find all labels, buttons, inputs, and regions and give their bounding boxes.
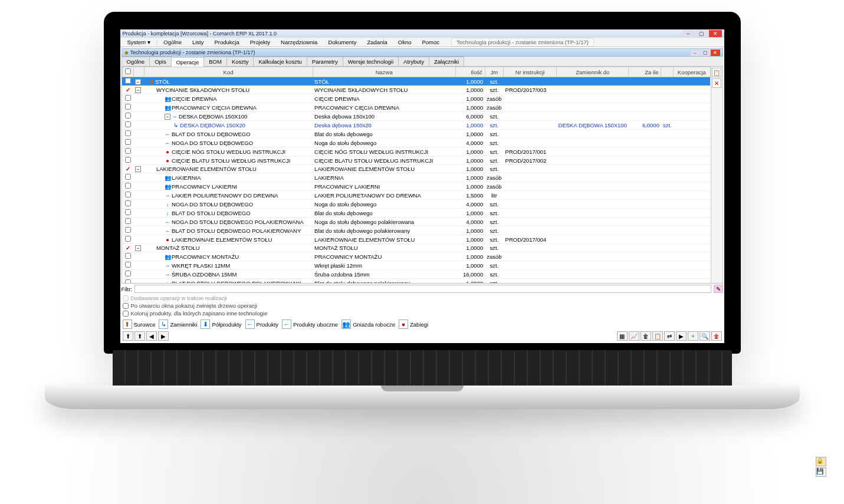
doc-indicator[interactable]: Technologia produkcji - zostanie zmienio… — [451, 38, 594, 47]
menu-narzedziownia[interactable]: Narzędziownia — [276, 38, 322, 46]
subwindow-icon: ◆ — [124, 50, 129, 55]
bt-btn8[interactable]: 📋 — [652, 331, 663, 341]
legend-produkty-icon: ← — [245, 319, 255, 329]
col-jm[interactable]: Jm — [485, 67, 503, 77]
opt2-checkbox[interactable] — [123, 303, 129, 309]
tab-zalaczniki[interactable]: Załączniki — [429, 57, 464, 66]
filter-apply-button[interactable]: ✎ — [714, 285, 723, 293]
operations-tree-grid[interactable]: Kod Nazwa Ilość Jm Nr instrukcji Zamienn… — [122, 67, 711, 283]
tab-atrybuty[interactable]: Atrybuty — [398, 57, 429, 66]
tab-bom[interactable]: BOM — [203, 57, 227, 66]
tab-opis[interactable]: Opis — [149, 57, 172, 66]
table-row[interactable]: ←BLAT DO STOŁU DĘBOWEGO POLAKIEROWANYBla… — [122, 226, 710, 235]
table-row[interactable]: ✓−MONTAŻ STOŁUMONTAŻ STOŁU1,0000szt. — [122, 244, 710, 252]
bt-btn1[interactable]: ⬆ — [123, 331, 133, 341]
table-row[interactable]: 👥PRACOWNICY CIĘCIA DREWNAPRACOWNICY CIĘC… — [122, 103, 710, 112]
table-row[interactable]: ←NOGA DO STOŁU DĘBOWEGO POLAKIEROWANANog… — [122, 218, 710, 226]
menu-listy[interactable]: Listy — [188, 38, 209, 46]
expand-toggle[interactable]: − — [135, 245, 141, 251]
table-row[interactable]: ↓NOGA DO STOŁU DĘBOWEGONoga do stołu dęb… — [122, 200, 710, 209]
tabs: Ogólne Opis Operacje BOM Koszty Kalkulac… — [121, 57, 723, 67]
subwindow-close-button[interactable]: ✕ — [711, 50, 720, 56]
table-row[interactable]: −◔STÓŁSTÓŁ1,0000szt. — [122, 77, 710, 86]
legend: ⬆Surowce ↳Zamienniki ⬇Półprodukty ←Produ… — [123, 319, 722, 329]
table-row[interactable]: ←BLAT DO STOŁU DĘBOWEGOBlat do stołu dęb… — [122, 130, 710, 139]
legend-surowce-icon: ⬆ — [123, 319, 132, 329]
subwindow-titlebar: ◆ Technologia produkcji - zostanie zmien… — [121, 48, 723, 57]
table-row[interactable]: 👥LAKIERNIALAKIERNIA1,0000zasób — [122, 173, 710, 182]
menubar: System ▾ | Ogólne Listy Produkcja Projek… — [120, 38, 724, 47]
table-row[interactable]: ●LAKIEROWNAIE ELEMENTÓW STOŁULAKIEROWNAI… — [122, 235, 710, 244]
bt-btn7[interactable]: 🗑 — [641, 331, 651, 341]
menu-ogolne[interactable]: Ogólne — [159, 38, 186, 46]
legend-zabiegi-icon: ● — [399, 319, 408, 329]
expand-toggle[interactable]: − — [165, 114, 170, 120]
menu-system[interactable]: System ▾ — [123, 38, 155, 46]
col-kod[interactable]: Kod — [144, 67, 313, 77]
window-minimize-button[interactable]: – — [682, 30, 695, 37]
expand-toggle[interactable]: − — [135, 166, 141, 172]
col-zam[interactable]: Zamiennik do — [557, 67, 629, 77]
table-row[interactable]: 👥PRACOWNICY MONTAŻUPRACOWNICY MONTAŻU1,0… — [122, 252, 710, 261]
col-nazwa[interactable]: Nazwa — [313, 67, 455, 77]
legend-uboczne-icon: ← — [282, 319, 291, 329]
header-checkbox[interactable] — [125, 68, 131, 74]
side-delete-button[interactable]: ✕ — [712, 78, 721, 88]
menu-projekty[interactable]: Projekty — [245, 38, 275, 46]
filter-input[interactable] — [134, 285, 711, 293]
bt-delete[interactable]: 🗑 — [711, 331, 722, 341]
side-toolbar: 📋 ✕ — [711, 67, 723, 283]
menu-zadania[interactable]: Zadania — [362, 38, 392, 46]
table-row[interactable]: 👥PRACOWNICY LAKIERNIPRACOWNICY LAKIERNI1… — [122, 182, 710, 191]
col-instr[interactable]: Nr instrukcji — [504, 67, 557, 77]
table-row[interactable]: →ŚRUBA OZDOBNA 15MMŚruba ozdobna 15mm16,… — [122, 270, 710, 279]
table-row[interactable]: ✓−WYCINANIE SKŁADOWYCH STOŁUWYCINANIE SK… — [122, 86, 710, 94]
table-row[interactable]: ●CIĘCIE NÓG STOŁU WEDŁUG INSTRUKCJICIĘCI… — [122, 147, 710, 156]
bt-btn5[interactable]: ▦ — [617, 331, 628, 341]
table-row[interactable]: →LAKIER POLIURETANOWY DO DREWNALAKIER PO… — [122, 191, 710, 200]
table-row[interactable]: ↓BLAT DO STOŁU DĘBOWEGOBlat do stołu dęb… — [122, 209, 710, 218]
table-row[interactable]: −→DESKA DĘBOWA 150X100Deska dębowa 150x1… — [122, 112, 710, 121]
bt-add[interactable]: ＋ — [688, 331, 698, 341]
menu-pomoc[interactable]: Pomoc — [418, 38, 445, 46]
window-maximize-button[interactable]: ▢ — [695, 30, 708, 37]
tab-parametry[interactable]: Parametry — [307, 57, 343, 66]
table-row[interactable]: →WKRĘT PŁASKI 12MMWkręt płaski 12mm1,000… — [122, 261, 710, 270]
table-row[interactable]: ●CIĘCIE BLATU STOŁU WEDŁUG INSTRUKCJICIĘ… — [122, 156, 710, 165]
col-koop[interactable]: Kooperacja — [674, 67, 710, 77]
bt-btn4[interactable]: ▶ — [158, 331, 169, 341]
bt-btn3[interactable]: ◀ — [146, 331, 157, 341]
table-row[interactable]: ↳DESKA DĘBOWA 150X20Deska dębowa 150x201… — [122, 121, 710, 130]
col-zaile[interactable]: Za ile — [629, 67, 661, 77]
legend-gniazda-icon: 👥 — [341, 319, 351, 329]
expand-toggle[interactable]: − — [135, 87, 141, 93]
menu-okno[interactable]: Okno — [393, 38, 416, 46]
tab-kalkulacje[interactable]: Kalkulacje kosztu — [253, 57, 307, 66]
table-row[interactable]: 👥CIĘCIE DREWNACIĘCIE DREWNA1,0000zasób — [122, 94, 710, 103]
window-titlebar: Produkcja - kompletacja [Wzorcowa] - Com… — [120, 29, 724, 38]
col-ilosc[interactable]: Ilość — [455, 67, 485, 77]
table-row[interactable]: ←NOGA DO STOŁU DĘBOWEGONoga do stołu dęb… — [122, 139, 710, 147]
side-add-button[interactable]: 📋 — [712, 68, 721, 77]
table-row[interactable]: ↓BLAT DO STOŁU DĘBOWEGO POLAKIEROWANYBla… — [122, 279, 710, 284]
bt-btn6[interactable]: 📈 — [629, 331, 639, 341]
options: Dodawanie operacji w trakcie realizacji … — [123, 294, 722, 317]
window-close-button[interactable]: ✕ — [709, 30, 722, 37]
menu-produkcja[interactable]: Produkcja — [209, 38, 244, 46]
tab-koszty[interactable]: Koszty — [226, 57, 254, 66]
expand-toggle[interactable]: − — [135, 79, 141, 85]
bt-btn10[interactable]: ▶ — [676, 331, 687, 341]
bt-search[interactable]: 🔍 — [699, 331, 710, 341]
opt3-checkbox[interactable] — [123, 311, 129, 317]
tab-operacje[interactable]: Operacje — [171, 57, 205, 67]
filter-label: Filtr: — [121, 286, 132, 292]
table-row[interactable]: ✓−LAKIEROWANIE ELEMENTÓW STOŁULAKIEROWAN… — [122, 165, 710, 173]
tab-ogolne[interactable]: Ogólne — [121, 57, 150, 66]
bt-btn2[interactable]: ⬆ — [134, 331, 145, 341]
legend-polprodukty-icon: ⬇ — [201, 319, 210, 329]
subwindow-minimize-button[interactable]: – — [691, 50, 700, 56]
subwindow-maximize-button[interactable]: ▢ — [701, 50, 710, 56]
bt-btn9[interactable]: ⇄ — [664, 331, 675, 341]
menu-dokumenty[interactable]: Dokumenty — [323, 38, 361, 46]
tab-wersje[interactable]: Wersje technologii — [343, 57, 399, 66]
